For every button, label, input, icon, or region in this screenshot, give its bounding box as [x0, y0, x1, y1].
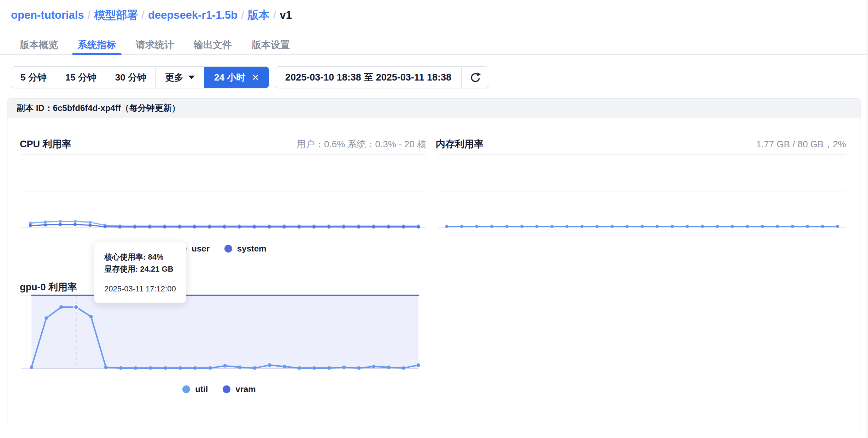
range-button-30min[interactable]: 30 分钟 — [106, 67, 156, 88]
gpu0-utilization-chart[interactable] — [14, 290, 424, 376]
tooltip-vram-line: 显存使用: 24.21 GB — [104, 263, 176, 275]
gpu-chart-legend: utilvram — [14, 384, 424, 394]
tab-version-settings[interactable]: 版本设置 — [252, 36, 290, 54]
tab-request-stats[interactable]: 请求统计 — [136, 36, 174, 54]
tooltip-timestamp: 2025-03-11 17:12:00 — [104, 284, 176, 294]
breadcrumb-current-version: v1 — [280, 9, 292, 21]
chart-tooltip: 核心使用率: 84% 显存使用: 24.21 GB 2025-03-11 17:… — [94, 242, 186, 303]
breadcrumb: open-tutorials/模型部署/deepseek-r1-1.5b/版本/… — [11, 8, 292, 23]
legend-dot-system-icon — [224, 245, 232, 253]
tab-bar: 版本概览系统指标请求统计输出文件版本设置 — [0, 36, 867, 55]
legend-label-vram: vram — [235, 384, 256, 394]
tab-output-files[interactable]: 输出文件 — [194, 36, 232, 54]
breadcrumb-separator: / — [138, 9, 148, 21]
replica-id-text: 副本 ID：6c5bfd6f4d-xp4ff（每分钟更新） — [17, 102, 180, 114]
range-button-15min[interactable]: 15 分钟 — [56, 67, 106, 88]
legend-dot-vram-icon — [223, 385, 230, 393]
caret-down-icon — [188, 76, 195, 79]
breadcrumb-separator: / — [237, 9, 248, 21]
legend-item-util[interactable]: util — [182, 384, 208, 394]
range-button-5min[interactable]: 5 分钟 — [11, 67, 56, 88]
breadcrumb-model-deploy[interactable]: 模型部署 — [94, 9, 138, 21]
replica-id-bar: 副本 ID：6c5bfd6f4d-xp4ff（每分钟更新） — [7, 99, 861, 118]
cpu-chart-legend: usersystem — [14, 244, 431, 254]
date-range-display[interactable]: 2025-03-10 18:38 至 2025-03-11 18:38 — [275, 67, 461, 88]
legend-label-system: system — [237, 244, 266, 254]
time-range-group: 5 分钟15 分钟30 分钟更多24 小时✕ — [11, 66, 269, 88]
memory-utilization-chart[interactable] — [431, 148, 852, 237]
refresh-icon — [469, 71, 481, 83]
refresh-button[interactable] — [461, 67, 489, 88]
breadcrumb-versions[interactable]: 版本 — [248, 9, 270, 21]
breadcrumb-separator: / — [84, 9, 94, 21]
cpu-utilization-chart[interactable] — [14, 148, 431, 237]
breadcrumb-model[interactable]: deepseek-r1-1.5b — [148, 9, 237, 21]
toolbar: 5 分钟15 分钟30 分钟更多24 小时✕ 2025-03-10 18:38 … — [11, 66, 489, 88]
legend-item-system[interactable]: system — [224, 244, 266, 254]
date-range-group: 2025-03-10 18:38 至 2025-03-11 18:38 — [275, 66, 489, 88]
legend-dot-util-icon — [182, 385, 190, 393]
tab-system-metrics[interactable]: 系统指标 — [78, 36, 116, 54]
page-right-edge — [867, 0, 868, 438]
legend-label-user: user — [192, 244, 210, 254]
breadcrumb-separator: / — [270, 9, 280, 21]
tab-version-overview[interactable]: 版本概览 — [20, 36, 58, 54]
range-button-24h-active[interactable]: 24 小时✕ — [204, 67, 269, 88]
legend-label-util: util — [195, 384, 208, 394]
tooltip-gpu-util-line: 核心使用率: 84% — [104, 251, 176, 263]
page: open-tutorials/模型部署/deepseek-r1-1.5b/版本/… — [0, 0, 868, 438]
range-button-more[interactable]: 更多 — [156, 67, 204, 88]
close-icon[interactable]: ✕ — [252, 73, 259, 82]
legend-item-vram[interactable]: vram — [223, 384, 256, 394]
breadcrumb-project[interactable]: open-tutorials — [11, 9, 84, 21]
